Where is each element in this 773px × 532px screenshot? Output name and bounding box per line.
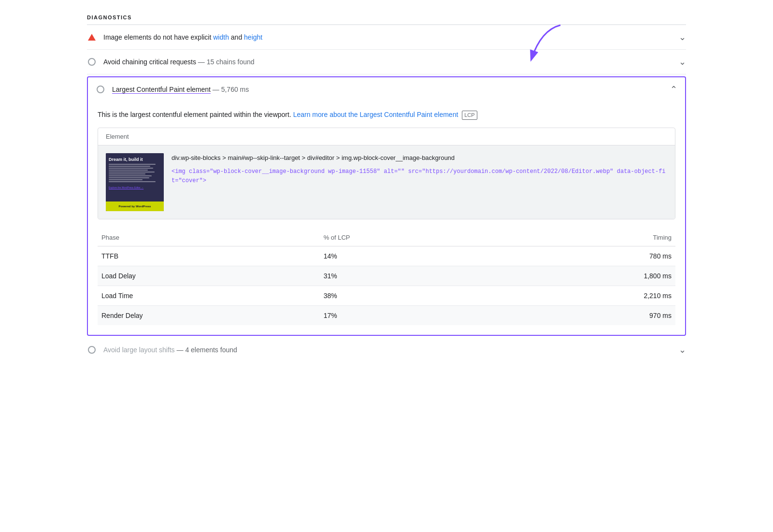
phase-table-row: Load Time38%2,210 ms xyxy=(98,286,675,306)
learn-more-link[interactable]: Learn more about the Largest Contentful … xyxy=(293,111,458,118)
circle-info-icon xyxy=(87,57,97,67)
timing-cell: 970 ms xyxy=(533,306,675,326)
chevron-down-icon: ⌄ xyxy=(679,32,686,43)
lcp-audit-header[interactable]: Largest Contentful Paint element — 5,760… xyxy=(88,77,685,101)
phase-cell: TTFB xyxy=(98,246,295,266)
circle-icon-muted xyxy=(87,345,97,355)
timing-col-header: Timing xyxy=(533,229,675,246)
phase-table-row: TTFB14%780 ms xyxy=(98,246,675,266)
pct-cell: 38% xyxy=(295,286,533,306)
phase-table-row: Load Delay31%1,800 ms xyxy=(98,266,675,286)
pct-cell: 17% xyxy=(295,306,533,326)
pct-lcp-col-header: % of LCP xyxy=(295,229,533,246)
width-link[interactable]: width xyxy=(213,33,229,41)
element-card-header: Element xyxy=(98,128,675,145)
phase-cell: Load Time xyxy=(98,286,295,306)
lcp-circle-icon xyxy=(96,85,105,94)
phase-cell: Render Delay xyxy=(98,306,295,326)
phase-table-row: Render Delay17%970 ms xyxy=(98,306,675,326)
pct-cell: 14% xyxy=(295,246,533,266)
timing-cell: 780 ms xyxy=(533,246,675,266)
timing-cell: 2,210 ms xyxy=(533,286,675,306)
chevron-down-icon-2: ⌄ xyxy=(679,57,686,67)
element-card: Element Dream it, build it xyxy=(98,128,675,219)
element-selector: div.wp-site-blocks > main#wp--skip-link-… xyxy=(172,153,667,163)
audit-text-critical-chains: Avoid chaining critical requests — 15 ch… xyxy=(103,58,671,66)
lcp-audit-panel: Largest Contentful Paint element — 5,760… xyxy=(87,76,686,336)
last-audit-text: Avoid large layout shifts — 4 elements f… xyxy=(103,346,671,354)
lcp-description: This is the largest contentful element p… xyxy=(98,109,675,120)
phase-cell: Load Delay xyxy=(98,266,295,286)
audit-row-critical-chains[interactable]: Avoid chaining critical requests — 15 ch… xyxy=(87,50,686,74)
lcp-thumbnail: Dream it, build it xyxy=(106,153,164,211)
audit-text-image-dimensions: Image elements do not have explicit widt… xyxy=(103,33,671,41)
chevron-down-icon-3: ⌄ xyxy=(679,345,686,355)
phase-table: Phase % of LCP Timing TTFB14%780 msLoad … xyxy=(98,229,675,325)
diagnostics-title: DIAGNOSTICS xyxy=(87,14,686,25)
element-card-body: Dream it, build it xyxy=(98,145,675,219)
timing-cell: 1,800 ms xyxy=(533,266,675,286)
phase-col-header: Phase xyxy=(98,229,295,246)
audit-row-layout-shifts[interactable]: Avoid large layout shifts — 4 elements f… xyxy=(87,338,686,362)
lcp-audit-body: This is the largest contentful element p… xyxy=(88,101,685,335)
audit-row-image-dimensions[interactable]: Image elements do not have explicit widt… xyxy=(87,25,686,50)
element-html: <img class="wp-block-cover__image-backgr… xyxy=(172,167,667,186)
warning-triangle-icon xyxy=(87,32,97,42)
element-code-block: div.wp-site-blocks > main#wp--skip-link-… xyxy=(172,153,667,186)
lcp-badge: LCP xyxy=(462,111,477,120)
chevron-up-icon: ⌃ xyxy=(670,84,677,95)
lcp-audit-title-text: Largest Contentful Paint element — 5,760… xyxy=(112,86,662,93)
height-link[interactable]: height xyxy=(244,33,262,41)
pct-cell: 31% xyxy=(295,266,533,286)
